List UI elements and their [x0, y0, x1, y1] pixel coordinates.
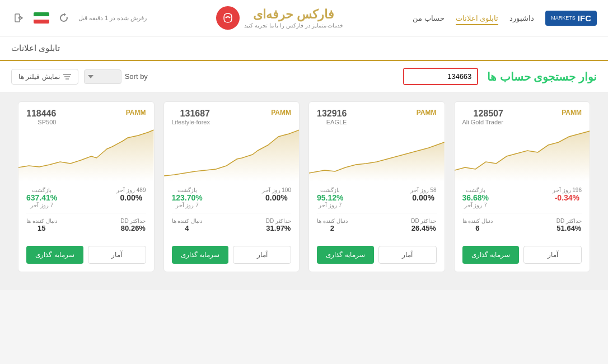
card-1-id: 128507 — [462, 109, 503, 119]
refresh-icon[interactable] — [56, 10, 72, 26]
card-2-return-7: 95.12% — [317, 193, 343, 202]
card-2-return-label: بازگشت — [317, 187, 343, 193]
header: IFC MARKETS داشبورد تابلوی اعلانات حساب … — [0, 0, 608, 36]
card-4-stats-btn[interactable]: آمار — [88, 246, 146, 264]
card-4-dd: 80.26% — [120, 224, 146, 232]
logo-area: فارکس حرفه‌ای خدمات متمایز در فارکس را ب… — [216, 6, 343, 30]
card-1-return-label: بازگشت — [462, 187, 489, 193]
card-1: PAMM 128507 Ali Gold Trader — [454, 101, 591, 272]
card-4-type: PAMM — [126, 109, 146, 116]
card-2-dd-label: حداکثر DD — [411, 218, 436, 224]
card-1-days-7: 7 روز آخر — [462, 202, 489, 208]
card-1-type: PAMM — [562, 109, 582, 116]
card-2-days-7: 7 روز آخر — [317, 202, 343, 208]
card-1-followers: 6 — [462, 224, 493, 232]
card-3-followers: 4 — [172, 224, 203, 232]
card-1-followers-label: دنبال کننده ها — [462, 218, 493, 224]
iran-flag[interactable] — [34, 12, 49, 24]
filter-icon — [63, 73, 71, 80]
card-3-followers-label: دنبال کننده ها — [172, 218, 203, 224]
card-2-name: EAGLE — [317, 119, 347, 125]
nav-my-account[interactable]: حساب من — [413, 11, 445, 25]
card-2-return-total: 0.00% — [410, 193, 437, 202]
card-3-id: 131687 — [172, 109, 210, 119]
card-2-chart — [309, 125, 445, 181]
search-input[interactable] — [404, 69, 477, 84]
timer-text: رفرش شده در 1 دقیقه قبل — [78, 15, 147, 22]
exit-icon[interactable] — [11, 10, 27, 26]
search-box-wrapper — [403, 68, 478, 85]
card-1-return-7: 36.68% — [462, 193, 489, 202]
card-4-return-label: بازگشت — [26, 187, 57, 193]
sort-section: Sort by Name Return DD — [84, 69, 148, 84]
card-4-name: SP500 — [26, 119, 56, 125]
cards-grid: PAMM 128507 Ali Gold Trader — [9, 101, 599, 281]
nav-announcements[interactable]: تابلوی اعلانات — [456, 11, 499, 25]
card-4-chart — [18, 125, 154, 181]
toolbar-right: نوار جستجوی حساب ها — [403, 68, 597, 85]
card-2-dd: 26.45% — [411, 224, 436, 232]
filter-label: نمایش فیلتر ها — [18, 73, 60, 81]
svg-point-0 — [221, 11, 235, 25]
nav-dashboard[interactable]: داشبورد — [509, 11, 534, 25]
card-3-dd: 31.97% — [266, 224, 291, 232]
card-2-followers-label: دنبال کننده ها — [317, 218, 348, 224]
logo-text: فارکس حرفه‌ای — [244, 7, 343, 22]
card-3-return-total: 0.00% — [262, 193, 291, 202]
card-1-invest-btn[interactable]: سرمایه گذاری — [462, 246, 520, 264]
card-3-dd-label: حداکثر DD — [266, 218, 291, 224]
card-3-return-label: بازگشت — [172, 187, 203, 193]
svg-marker-1 — [64, 13, 66, 16]
card-1-name: Ali Gold Trader — [462, 119, 503, 125]
card-1-chart — [455, 125, 590, 181]
card-4-dd-label: حداکثر DD — [120, 218, 146, 224]
card-2-days-total: 58 روز آخر — [410, 187, 437, 193]
search-title: نوار جستجوی حساب ها — [487, 70, 597, 83]
header-left: رفرش شده در 1 دقیقه قبل — [11, 10, 147, 26]
card-2: PAMM 132916 EAGLE — [308, 101, 445, 272]
card-1-dd-label: حداکثر DD — [556, 218, 582, 224]
card-4-return-7: 637.41% — [26, 193, 57, 202]
card-4-followers-label: دنبال کننده ها — [26, 218, 57, 224]
card-3-stats-btn[interactable]: آمار — [233, 246, 291, 264]
toolbar-left: Sort by Name Return DD نمایش فیلتر ها — [11, 69, 148, 85]
main-nav: داشبورد تابلوی اعلانات حساب من — [413, 11, 534, 25]
card-3-invest-btn[interactable]: سرمایه گذاری — [172, 246, 229, 264]
card-1-days-total: 196 روز آخر — [553, 187, 582, 193]
card-3-days-total: 100 روز آخر — [262, 187, 291, 193]
card-4-id: 118446 — [26, 109, 56, 119]
card-4-days-7: 7 روز آخر — [26, 202, 57, 208]
card-3-days-7: 7 روز آخر — [172, 202, 203, 208]
cards-area: PAMM 128507 Ali Gold Trader — [0, 92, 608, 290]
card-2-followers: 2 — [317, 224, 348, 232]
card-4-return-total: 0.00% — [116, 193, 146, 202]
card-2-type: PAMM — [417, 109, 437, 116]
page-title: تابلوی اعلانات — [11, 43, 60, 53]
header-right: IFC MARKETS داشبورد تابلوی اعلانات حساب … — [413, 11, 597, 26]
sort-by-label: Sort by — [125, 72, 148, 81]
card-1-return-total: 0.34%- — [553, 193, 582, 202]
card-4-followers: 15 — [26, 224, 57, 232]
card-3: PAMM 131687 Lifestyle-forex — [163, 101, 300, 272]
card-1-stats-btn[interactable]: آمار — [523, 246, 582, 264]
card-4: PAMM 118446 SP500 — [18, 101, 155, 272]
card-2-id: 132916 — [317, 109, 347, 119]
card-3-type: PAMM — [271, 109, 291, 116]
card-3-chart — [164, 125, 300, 181]
card-3-return-7: 123.70% — [172, 193, 203, 202]
logo-icon — [216, 6, 240, 30]
ifc-logo: IFC MARKETS — [545, 11, 597, 26]
card-2-invest-btn[interactable]: سرمایه گذاری — [317, 246, 374, 264]
card-4-days-total: 489 روز آخر — [116, 187, 146, 193]
card-2-stats-btn[interactable]: آمار — [378, 246, 437, 264]
toolbar: نوار جستجوی حساب ها Sort by Name Return … — [0, 61, 608, 92]
filter-button[interactable]: نمایش فیلتر ها — [11, 69, 78, 85]
card-3-name: Lifestyle-forex — [172, 119, 210, 125]
card-4-invest-btn[interactable]: سرمایه گذاری — [26, 246, 83, 264]
page-title-bar: تابلوی اعلانات — [0, 36, 608, 61]
card-1-dd: 51.64% — [556, 224, 582, 232]
sort-select[interactable]: Name Return DD — [84, 69, 121, 84]
logo-subtitle: خدمات متمایز در فارکس را با ما تجربه کنی… — [244, 22, 343, 29]
